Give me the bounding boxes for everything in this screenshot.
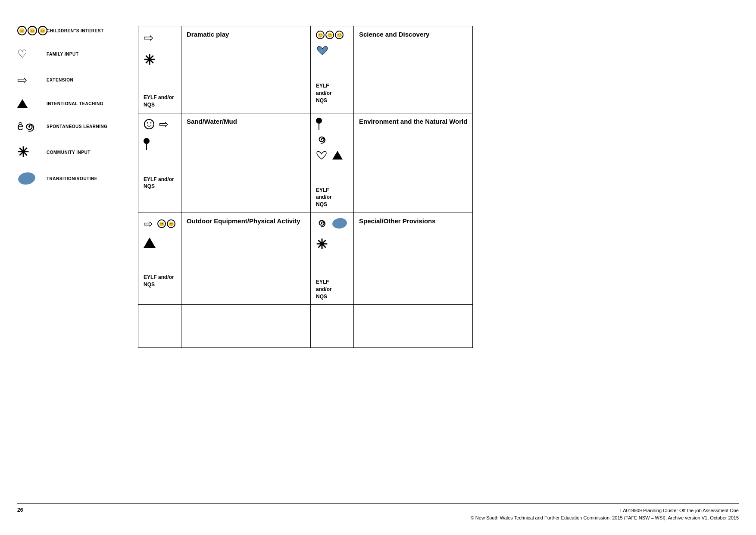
eylf-text-r3-right: EYLFand/orNQS: [316, 278, 348, 300]
childrens-interest-icon: 😊 😊 😊: [17, 26, 43, 35]
row2-icons-left: ⇨ EYLF and/orNQS: [138, 113, 181, 213]
extension-icon: ⇨: [17, 73, 43, 87]
spiral-svg-icon: [23, 121, 35, 133]
footer-line2: © New South Wales Technical and Further …: [471, 514, 739, 522]
row4-activity: [181, 305, 311, 348]
legend-item-transition-routine: TRANSITION/ROUTINE: [17, 171, 138, 186]
row2-provision: Environment and the Natural World: [354, 113, 473, 213]
row4-icons-right: [311, 305, 354, 348]
activity-title-r2: Sand/Water/Mud: [187, 118, 305, 125]
provision-title-r2: Environment and the Natural World: [359, 118, 467, 125]
legend-item-childrens-interest: 😊 😊 😊 CHILDDREN"S INTEREST: [17, 26, 138, 35]
svg-point-6: [321, 222, 322, 224]
face-r1-2: 😊: [325, 31, 334, 39]
activity-title-r1: Dramatic play: [187, 31, 305, 38]
page-number: 26: [17, 507, 23, 513]
row3-icons-right: ✳ EYLFand/orNQS: [311, 213, 354, 304]
legend-item-intentional-teaching: INTENTIONAL TEACHING: [17, 99, 138, 108]
legend-item-extension: ⇨ EXTENSION: [17, 73, 138, 87]
table-row-empty: [138, 305, 473, 348]
face-r3-1: 😊: [157, 219, 166, 228]
heart-blue-flag-icon: [316, 44, 329, 56]
childrens-interest-label: CHILDDREN"S INTEREST: [47, 28, 104, 33]
triangle-icon: [17, 99, 28, 108]
eylf-text-r1-left: EYLF and/orNQS: [144, 94, 176, 109]
provision-title-r1: Science and Discovery: [359, 31, 467, 38]
eylf-text-r2-left: EYLF and/orNQS: [144, 176, 176, 191]
legend-area: 😊 😊 😊 CHILDDREN"S INTEREST ♡ FAMILY INPU…: [17, 26, 138, 198]
arrow-icon: ⇨: [144, 31, 153, 45]
intentional-teaching-icon: [17, 99, 43, 108]
eylf-text-r1-right: EYLFand/orNQS: [316, 82, 348, 104]
svg-point-1: [17, 171, 36, 186]
smiley-icon-r2: [144, 119, 155, 130]
row3-icons-left: ⇨ 😊 😊 EYLF and/orNQS: [138, 213, 181, 304]
main-grid-table: ⇨ ✳ EYLF and/orNQS Dramatic play 😊 😊: [138, 26, 473, 348]
row4-provision: [354, 305, 473, 348]
row1-activity: Dramatic play: [181, 26, 311, 113]
arrow-r2: ⇨: [159, 118, 169, 131]
legend-item-spontaneous-learning: ê SPONTANEOUS LEARNING: [17, 120, 138, 133]
row3-provision: Special/Other Provisions: [354, 213, 473, 304]
legend-item-family-input: ♡ FAMILY INPUT: [17, 47, 138, 61]
table-row: ⇨ EYLF and/orNQS Sand/Water/Mud: [138, 113, 473, 213]
spontaneous-learning-label: SPONTANEOUS LEARNING: [47, 124, 108, 129]
face-r1-1: 😊: [316, 31, 325, 39]
spiral-icon-r3: [316, 218, 327, 229]
row1-icons-right: 😊 😊 😊 EYLFand/orNQS: [311, 26, 354, 113]
svg-point-2: [144, 119, 154, 129]
heart-icon-r2: [316, 150, 327, 161]
footer-right: LA019909 Planning Cluster Off-the-job As…: [471, 507, 739, 522]
intentional-teaching-label: INTENTIONAL TEACHING: [47, 101, 103, 106]
extension-label: EXTENSION: [47, 78, 73, 82]
svg-point-3: [147, 122, 148, 124]
triangle-r3: [144, 238, 156, 248]
community-input-label: COMMUNITY INPUT: [47, 150, 91, 155]
row3-activity: Outdoor Equipment/Physical Activity: [181, 213, 311, 304]
activity-title-r3: Outdoor Equipment/Physical Activity: [187, 217, 305, 225]
blob-icon: [17, 171, 36, 186]
row2-icons-right: EYLFand/orNQS: [311, 113, 354, 213]
row2-activity: Sand/Water/Mud: [181, 113, 311, 213]
legend-divider: [136, 26, 136, 492]
lollipop-icon-r2-right: [316, 118, 322, 130]
face-r1-3: 😊: [335, 31, 344, 39]
arrow-right-icon: ⇨: [17, 73, 27, 87]
blob-icon-r3: [331, 217, 348, 229]
row1-icons-left: ⇨ ✳ EYLF and/orNQS: [138, 26, 181, 113]
spontaneous-learning-icon: ê: [17, 120, 43, 133]
transition-routine-icon: [17, 171, 43, 186]
svg-point-7: [331, 217, 347, 229]
footer-line1: LA019909 Planning Cluster Off-the-job As…: [471, 507, 739, 515]
legend-item-community-input: ✳ COMMUNITY INPUT: [17, 145, 138, 159]
spiral-icon: ê: [17, 120, 23, 133]
svg-point-0: [28, 126, 30, 128]
provision-title-r3: Special/Other Provisions: [359, 217, 467, 225]
face-icon-3: 😊: [38, 26, 47, 35]
lollipop-icon-r2: [144, 138, 150, 150]
transition-routine-label: TRANSITION/ROUTINE: [47, 176, 97, 181]
family-input-icon: ♡: [17, 47, 43, 61]
row4-icons-left: [138, 305, 181, 348]
family-input-label: FAMILY INPUT: [47, 52, 78, 56]
arrow-r3: ⇨: [144, 217, 153, 231]
star-asterisk-icon: ✳: [17, 145, 29, 159]
star-icon: ✳: [144, 52, 155, 68]
spiral-icon-r2: [316, 134, 327, 145]
face-icon-1: 😊: [17, 26, 27, 35]
triangle-icon-r2: [332, 151, 343, 160]
face-r3-2: 😊: [167, 219, 175, 228]
heart-icon: ♡: [17, 47, 27, 61]
svg-point-4: [150, 122, 152, 124]
svg-point-5: [321, 139, 322, 140]
footer: 26 LA019909 Planning Cluster Off-the-job…: [17, 503, 739, 522]
community-input-icon: ✳: [17, 145, 43, 159]
face-icon-2: 😊: [28, 26, 37, 35]
eylf-text-r2-right: EYLFand/orNQS: [316, 187, 348, 208]
star-r3: ✳: [316, 236, 328, 253]
table-row: ⇨ ✳ EYLF and/orNQS Dramatic play 😊 😊: [138, 26, 473, 113]
table-row: ⇨ 😊 😊 EYLF and/orNQS Outdoor Equipment/P…: [138, 213, 473, 304]
eylf-text-r3-left: EYLF and/orNQS: [144, 274, 176, 288]
row1-provision: Science and Discovery: [354, 26, 473, 113]
